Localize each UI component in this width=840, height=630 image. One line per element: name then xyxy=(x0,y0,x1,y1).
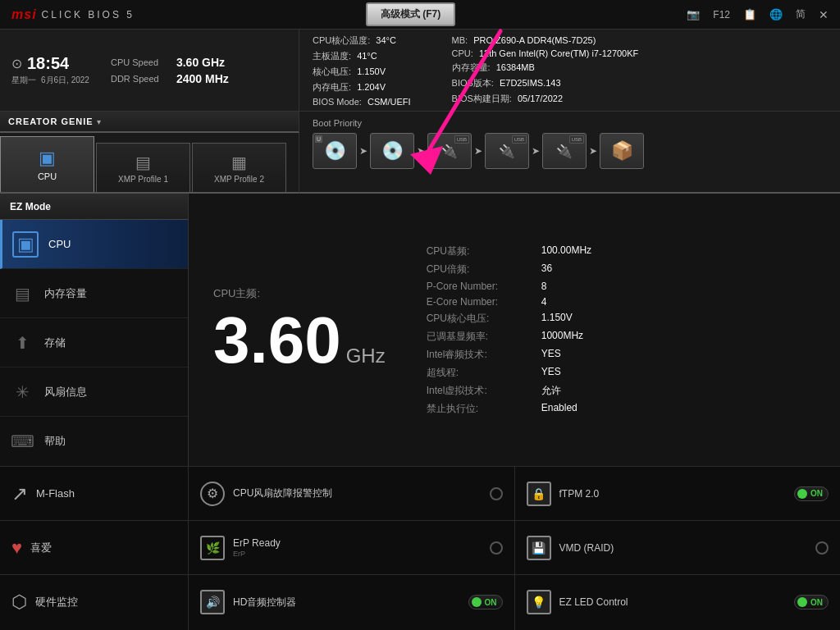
advanced-mode-button[interactable]: 高级模式 (F7) xyxy=(366,2,455,26)
advanced-mode-btn[interactable]: 高级模式 (F7) xyxy=(366,2,455,26)
help-sidebar-icon: ⌨ xyxy=(10,431,34,451)
sidebar-item-memory[interactable]: ▤ 内存容量 xyxy=(0,269,188,318)
bios-mode-label: BIOS Mode: xyxy=(313,97,362,107)
cpu-label: CPU: xyxy=(452,48,473,58)
close-icon[interactable]: ✕ xyxy=(819,8,829,21)
tab-xmp1[interactable]: ▤ XMP Profile 1 xyxy=(96,143,190,192)
cpu-vcore-val: 1.150V xyxy=(541,312,573,326)
ez-led-label: EZ LED Control xyxy=(559,596,787,608)
tab-xmp2[interactable]: ▦ XMP Profile 2 xyxy=(192,143,286,192)
ecore-label: E-Core Number: xyxy=(427,296,533,308)
cpu-fan-toggle[interactable] xyxy=(490,487,503,500)
erp-label: ErP Ready xyxy=(233,537,482,549)
memory-sidebar-icon: ▤ xyxy=(10,284,34,304)
clock-icon: ⊙ xyxy=(11,56,22,71)
temps-col: CPU核心温度: 34°C 主板温度: 41°C 核心电压: 1.150V 内存… xyxy=(313,34,411,107)
speeds-section: CPU Speed 3.60 GHz DDR Speed 2400 MHz xyxy=(111,56,229,85)
bios-mode-val: CSM/UEFI xyxy=(368,97,411,107)
cpu-temp-label: CPU核心温度: xyxy=(313,35,370,45)
fav-widget[interactable]: ♥ 喜爱 xyxy=(0,521,188,575)
ftpm-toggle[interactable]: ON xyxy=(794,486,829,501)
monitor-icon: ⬡ xyxy=(11,591,27,613)
erp-toggle[interactable] xyxy=(490,541,503,555)
mflash-label: M-Flash xyxy=(36,487,75,500)
boot-device-usb2[interactable]: 🔌 USB xyxy=(485,133,529,169)
widget-left-col: ↗ M-Flash ♥ 喜爱 ⬡ 硬件监控 xyxy=(0,467,189,630)
sidebar-item-help[interactable]: ⌨ 帮助 xyxy=(0,417,188,466)
pcore-label: P-Core Number: xyxy=(427,281,533,292)
xmp2-tab-icon: ▦ xyxy=(231,153,247,172)
logo-section: msi CLICK BIOS 5 xyxy=(11,7,135,22)
f12-label: F12 xyxy=(713,9,730,21)
core-volt-val: 1.150V xyxy=(357,66,386,76)
fav-label: 喜爱 xyxy=(30,541,52,555)
bios-date-val: 05/17/2022 xyxy=(518,94,563,103)
cpu-fan-feature[interactable]: ⚙ CPU风扇故障报警控制 xyxy=(189,467,514,521)
mem-label: 内存容量: xyxy=(452,62,491,72)
cpu-freq-section: CPU主频: 3.60 GHz xyxy=(189,194,410,466)
cpu-vcore-label: CPU核心电压: xyxy=(427,312,533,326)
widget-right-col: 🔒 fTPM 2.0 ON 💾 VMD (RAID) 💡 xyxy=(515,467,841,630)
sidebar-item-cpu[interactable]: ▣ CPU xyxy=(0,220,188,269)
boot-device-usb1[interactable]: 🔌 USB xyxy=(427,133,472,169)
mb-val: PRO Z690-A DDR4(MS-7D25) xyxy=(473,35,596,45)
profile-tabs: ▣ CPU ▤ XMP Profile 1 ▦ XMP Profile 2 xyxy=(0,133,299,194)
ftpm-feature[interactable]: 🔒 fTPM 2.0 ON xyxy=(515,467,841,521)
cpu-mult-label: CPU倍频: xyxy=(427,262,533,276)
ez-led-feature[interactable]: 💡 EZ LED Control ON xyxy=(515,575,841,629)
sidebar: EZ Mode ▣ CPU ▤ 内存容量 ⬆ 存储 ✳ 风扇信息 ⌨ 帮助 xyxy=(0,194,189,466)
creator-genie-bar: CREATOR GENIE ▾ xyxy=(0,112,299,133)
tab-cpu[interactable]: ▣ CPU xyxy=(0,136,94,192)
mflash-widget[interactable]: ↗ M-Flash xyxy=(0,467,188,521)
lang-zh: 简 xyxy=(796,7,806,21)
monitor-widget[interactable]: ⬡ 硬件监控 xyxy=(0,575,188,629)
cpu-content-area: CPU主频: 3.60 GHz CPU基频: 100.00MHz CPU倍频: … xyxy=(189,194,840,466)
hd-audio-icon: 🔊 xyxy=(206,596,220,609)
vmd-label: VMD (RAID) xyxy=(559,542,808,554)
cpu-tab-label: CPU xyxy=(38,171,57,181)
xd-val: Enabled xyxy=(541,402,578,416)
ez-mode-label: EZ Mode xyxy=(10,201,51,212)
sidebar-item-fan[interactable]: ✳ 风扇信息 xyxy=(0,368,188,417)
vmd-toggle[interactable] xyxy=(815,541,829,555)
boot-priority-label: Boot Priority xyxy=(313,118,827,128)
xmp1-tab-label: XMP Profile 1 xyxy=(118,175,168,184)
cpu-val: 12th Gen Intel(R) Core(TM) i7-12700KF xyxy=(479,48,638,58)
vt-val: 允许 xyxy=(541,384,561,398)
vmd-icon: 💾 xyxy=(532,541,546,555)
hd-audio-toggle[interactable]: ON xyxy=(468,595,503,609)
screenshot-icon[interactable]: 📷 xyxy=(687,8,700,21)
creator-label: CREATOR GENIE xyxy=(8,116,94,126)
sidebar-item-storage[interactable]: ⬆ 存储 xyxy=(0,318,188,368)
ez-led-icon: 💡 xyxy=(532,596,546,609)
language-icon[interactable]: 🌐 xyxy=(769,8,783,21)
vmd-feature[interactable]: 💾 VMD (RAID) xyxy=(515,521,841,575)
monitor-label: 硬件监控 xyxy=(35,595,78,609)
erp-sub: ErP xyxy=(233,550,482,558)
boot-device-dvd[interactable]: 💿 xyxy=(370,133,414,169)
boot-device-usb3[interactable]: 🔌 USB xyxy=(542,133,587,169)
xd-label: 禁止执行位: xyxy=(427,402,533,416)
xmp2-tab-label: XMP Profile 2 xyxy=(214,175,264,184)
erp-feature[interactable]: 🌿 ErP Ready ErP xyxy=(189,521,514,575)
cpu-base-freq-label: CPU基频: xyxy=(427,244,533,258)
hd-audio-feature[interactable]: 🔊 HD音频控制器 ON xyxy=(189,575,514,629)
boot-device-other[interactable]: 📦 xyxy=(600,133,644,169)
time-display: 18:54 xyxy=(27,54,69,73)
cpu-tab-icon: ▣ xyxy=(39,148,56,169)
fan-sidebar-icon: ✳ xyxy=(10,382,34,402)
boot-device-hdd[interactable]: 💿 U xyxy=(313,133,357,169)
top-bar: msi CLICK BIOS 5 高级模式 (F7) 📷 F12 📋 🌐 简 ✕ xyxy=(0,0,840,30)
cpu-fan-label: CPU风扇故障报警控制 xyxy=(233,486,482,500)
help-sidebar-label: 帮助 xyxy=(44,434,66,449)
info-bar: ⊙ 18:54 星期一 6月6日, 2022 CPU Speed 3.60 GH… xyxy=(0,30,299,112)
vt-label: Intel虚拟技术: xyxy=(427,384,533,398)
core-volt-label: 核心电压: xyxy=(313,66,351,76)
cpu-base-freq-val: 100.00MHz xyxy=(541,244,591,258)
turbo-val: YES xyxy=(541,348,561,362)
bios-title: CLICK BIOS 5 xyxy=(42,9,135,21)
cpu-freq-value: 3.60 xyxy=(213,308,341,373)
bios-ver-label: BIOS版本: xyxy=(452,78,494,88)
ez-led-toggle[interactable]: ON xyxy=(794,595,829,609)
capture-icon[interactable]: 📋 xyxy=(743,8,756,21)
